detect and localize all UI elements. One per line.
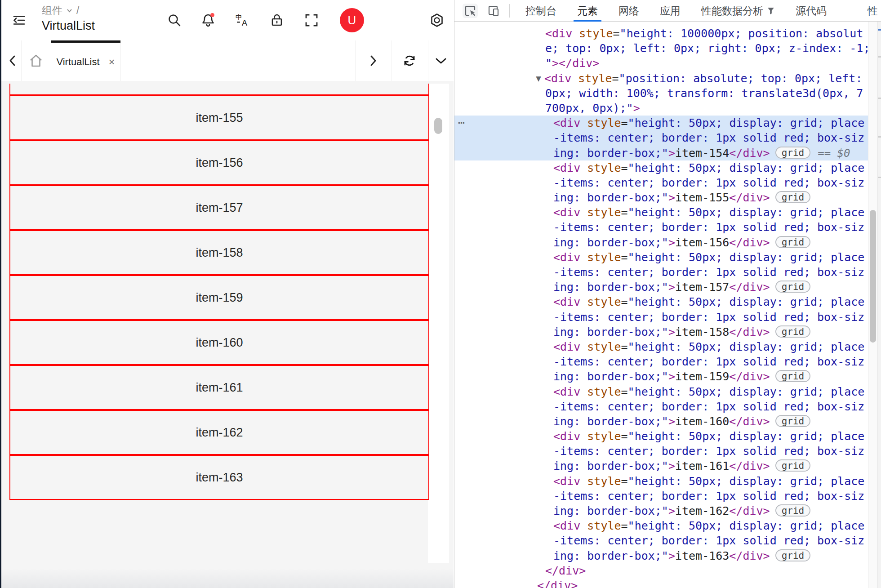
grid-badge[interactable]: grid: [775, 325, 811, 338]
element-node-line[interactable]: <div style="height: 50px; display: grid;…: [454, 294, 868, 309]
refresh-icon[interactable]: [402, 53, 417, 68]
element-node-line[interactable]: -items: center; border: 1px solid red; b…: [454, 175, 868, 190]
grid-badge[interactable]: grid: [775, 147, 811, 159]
code-line[interactable]: </div>: [454, 578, 868, 588]
grid-badge[interactable]: grid: [775, 504, 811, 517]
page-title: VirtualList: [42, 19, 95, 33]
element-node-line[interactable]: -items: center; border: 1px solid red; b…: [454, 444, 868, 459]
element-node-line[interactable]: ing: border-box;">item-163</div>grid: [454, 548, 868, 563]
more-actions-icon[interactable]: ⋯: [458, 116, 465, 130]
code-token: <div: [553, 251, 580, 264]
code-token: [580, 385, 587, 398]
device-toolbar-icon[interactable]: [486, 4, 501, 18]
code-token: "height: 50px; display: grid; place: [628, 475, 865, 488]
grid-badge[interactable]: grid: [775, 281, 811, 293]
menu-fold-icon[interactable]: [11, 13, 27, 28]
code-line[interactable]: ▼<div style="position: absolute; top: 0p…: [454, 71, 868, 86]
element-node-line[interactable]: <div style="height: 50px; display: grid;…: [454, 339, 868, 354]
avatar[interactable]: U: [340, 8, 364, 32]
close-icon[interactable]: ×: [109, 57, 115, 67]
code-token: item-158: [675, 325, 729, 339]
devtools-tab-应用[interactable]: 应用: [660, 0, 681, 22]
bell-icon[interactable]: [200, 13, 216, 28]
devtools-tab-网络[interactable]: 网络: [618, 0, 639, 22]
list-scrollbar-track[interactable]: [428, 84, 449, 563]
code-line[interactable]: "></div>: [454, 56, 868, 71]
element-node-line[interactable]: -items: center; border: 1px solid red; b…: [454, 533, 868, 548]
grid-badge[interactable]: grid: [775, 236, 811, 248]
element-node-line[interactable]: -items: center; border: 1px solid red; b…: [454, 265, 868, 280]
lock-icon[interactable]: [269, 13, 285, 28]
devtools-tab-控制台[interactable]: 控制台: [525, 0, 556, 22]
grid-badge[interactable]: grid: [775, 549, 811, 561]
element-node-line[interactable]: -items: center; border: 1px solid red; b…: [454, 354, 868, 369]
scroll-marker-column: [878, 22, 881, 588]
code-token: -items: center; border: 1px solid red; b…: [553, 355, 864, 368]
code-token: <div: [553, 295, 580, 308]
code-token: style: [587, 161, 621, 174]
code-line[interactable]: </div>: [454, 563, 868, 578]
tab-performance-partial[interactable]: 性: [868, 4, 877, 18]
search-icon[interactable]: [167, 13, 182, 28]
devtools-scrollbar-thumb[interactable]: [870, 210, 876, 343]
code-token: =: [621, 475, 628, 488]
element-node-line[interactable]: <div style="height: 50px; display: grid;…: [454, 518, 868, 533]
devtools-scrollbar-track[interactable]: [868, 22, 878, 588]
code-line[interactable]: 700px, 0px);">: [454, 101, 868, 116]
list-item: item-156: [9, 140, 429, 185]
list-item: item-159: [9, 275, 429, 320]
devtools-tab-性能数据分析[interactable]: 性能数据分析: [701, 0, 775, 22]
element-node-line[interactable]: ⋯<div style="height: 50px; display: grid…: [454, 116, 868, 130]
translate-icon[interactable]: 中 A: [235, 13, 250, 28]
element-node-line[interactable]: ing: border-box;">item-162</div>grid: [454, 503, 868, 518]
element-node-line[interactable]: ing: border-box;">item-154</div>grid== $…: [454, 146, 868, 160]
element-node-line[interactable]: ing: border-box;">item-161</div>grid: [454, 459, 868, 473]
element-node-line[interactable]: ing: border-box;">item-156</div>grid: [454, 235, 868, 250]
forward-button[interactable]: [365, 53, 381, 68]
list-scrollbar-thumb[interactable]: [434, 118, 442, 134]
element-node-line[interactable]: -items: center; border: 1px solid red; b…: [454, 399, 868, 414]
tab-virtuallist[interactable]: VirtualList ×: [51, 40, 120, 81]
element-node-line[interactable]: <div style="height: 50px; display: grid;…: [454, 474, 868, 489]
element-node-line[interactable]: ing: border-box;">item-158</div>grid: [454, 325, 868, 339]
list-item: item-160: [9, 320, 429, 365]
inspect-element-icon[interactable]: [463, 4, 478, 18]
gear-icon[interactable]: [429, 13, 445, 28]
devtools-tab-元素[interactable]: 元素: [577, 0, 598, 22]
code-token: ing: border-box;": [553, 191, 668, 204]
element-node-line[interactable]: -items: center; border: 1px solid red; b…: [454, 489, 868, 503]
code-token: =: [621, 161, 628, 174]
element-node-line[interactable]: ing: border-box;">item-159</div>grid: [454, 369, 868, 384]
chevron-down-icon: [66, 7, 73, 14]
expand-arrow-icon[interactable]: ▼: [533, 71, 544, 86]
element-node-line[interactable]: <div style="height: 50px; display: grid;…: [454, 429, 868, 444]
grid-badge[interactable]: grid: [775, 370, 811, 382]
element-node-line[interactable]: ing: border-box;">item-160</div>grid: [454, 414, 868, 429]
code-line[interactable]: 0px; width: 100%; transform: translate3d…: [454, 86, 868, 101]
grid-badge[interactable]: grid: [775, 415, 811, 427]
chevron-down-icon[interactable]: [433, 53, 449, 68]
code-token: >: [668, 147, 675, 160]
element-node-line[interactable]: <div style="height: 50px; display: grid;…: [454, 205, 868, 220]
code-line[interactable]: e; top: 0px; left: 0px; right: 0px; z-in…: [454, 41, 868, 56]
svg-text:中: 中: [236, 13, 242, 21]
element-node-line[interactable]: <div style="height: 50px; display: grid;…: [454, 384, 868, 399]
fullscreen-icon[interactable]: [304, 13, 319, 28]
breadcrumb-group[interactable]: 组件: [42, 4, 62, 18]
element-node-line[interactable]: -items: center; border: 1px solid red; b…: [454, 130, 868, 145]
grid-badge[interactable]: grid: [775, 459, 811, 472]
code-token: </div>: [537, 579, 578, 588]
code-line[interactable]: <div style="height: 100000px; position: …: [454, 26, 868, 41]
home-icon[interactable]: [28, 53, 44, 68]
element-node-line[interactable]: <div style="height: 50px; display: grid;…: [454, 250, 868, 265]
devtools-tab-源代码[interactable]: 源代码: [796, 0, 827, 22]
grid-badge[interactable]: grid: [775, 191, 811, 203]
element-node-line[interactable]: -items: center; border: 1px solid red; b…: [454, 220, 868, 235]
element-node-line[interactable]: ing: border-box;">item-157</div>grid: [454, 280, 868, 294]
element-node-line[interactable]: ing: border-box;">item-155</div>grid: [454, 190, 868, 205]
code-token: item-159: [675, 370, 729, 383]
element-node-line[interactable]: -items: center; border: 1px solid red; b…: [454, 310, 868, 325]
breadcrumb[interactable]: 组件 /: [42, 3, 79, 18]
element-node-line[interactable]: <div style="height: 50px; display: grid;…: [454, 160, 868, 175]
back-button[interactable]: [5, 53, 20, 68]
